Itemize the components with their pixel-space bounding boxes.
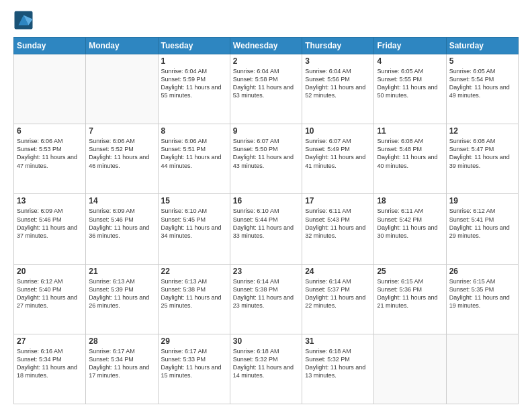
day-info: Sunrise: 6:15 AM Sunset: 5:36 PM Dayligh… — [377, 277, 443, 310]
day-info: Sunrise: 6:07 AM Sunset: 5:49 PM Dayligh… — [305, 137, 371, 170]
day-number: 29 — [161, 336, 227, 346]
day-number: 28 — [89, 336, 154, 346]
day-number: 2 — [233, 56, 299, 66]
calendar-cell: 22Sunrise: 6:13 AM Sunset: 5:38 PM Dayli… — [158, 264, 230, 334]
day-info: Sunrise: 6:12 AM Sunset: 5:40 PM Dayligh… — [17, 277, 83, 310]
day-info: Sunrise: 6:13 AM Sunset: 5:39 PM Dayligh… — [89, 277, 154, 310]
day-number: 30 — [233, 336, 299, 346]
calendar-cell: 5Sunrise: 6:05 AM Sunset: 5:54 PM Daylig… — [446, 54, 518, 124]
day-number: 10 — [305, 126, 371, 136]
day-info: Sunrise: 6:11 AM Sunset: 5:42 PM Dayligh… — [377, 207, 443, 240]
calendar-cell — [86, 54, 158, 124]
day-info: Sunrise: 6:14 AM Sunset: 5:38 PM Dayligh… — [233, 277, 299, 310]
page: SundayMondayTuesdayWednesdayThursdayFrid… — [0, 0, 532, 411]
calendar-cell: 3Sunrise: 6:04 AM Sunset: 5:56 PM Daylig… — [302, 54, 374, 124]
weekday-header-wednesday: Wednesday — [230, 38, 302, 54]
calendar-cell: 18Sunrise: 6:11 AM Sunset: 5:42 PM Dayli… — [374, 194, 446, 264]
calendar-cell: 7Sunrise: 6:06 AM Sunset: 5:52 PM Daylig… — [86, 124, 158, 194]
day-number: 23 — [233, 267, 299, 276]
day-info: Sunrise: 6:09 AM Sunset: 5:46 PM Dayligh… — [89, 207, 154, 240]
day-info: Sunrise: 6:14 AM Sunset: 5:37 PM Dayligh… — [305, 277, 371, 310]
calendar-cell: 17Sunrise: 6:11 AM Sunset: 5:43 PM Dayli… — [302, 194, 374, 264]
calendar-cell: 1Sunrise: 6:04 AM Sunset: 5:59 PM Daylig… — [158, 54, 230, 124]
day-number: 17 — [305, 196, 371, 205]
calendar-cell — [374, 334, 446, 404]
week-row-2: 6Sunrise: 6:06 AM Sunset: 5:53 PM Daylig… — [14, 124, 519, 194]
weekday-header-sunday: Sunday — [14, 38, 86, 54]
day-info: Sunrise: 6:10 AM Sunset: 5:45 PM Dayligh… — [161, 207, 227, 240]
day-info: Sunrise: 6:13 AM Sunset: 5:38 PM Dayligh… — [161, 277, 227, 310]
weekday-header-friday: Friday — [374, 38, 446, 54]
calendar-cell: 29Sunrise: 6:17 AM Sunset: 5:33 PM Dayli… — [158, 334, 230, 404]
calendar-cell: 14Sunrise: 6:09 AM Sunset: 5:46 PM Dayli… — [86, 194, 158, 264]
calendar-cell: 30Sunrise: 6:18 AM Sunset: 5:32 PM Dayli… — [230, 334, 302, 404]
calendar-cell: 6Sunrise: 6:06 AM Sunset: 5:53 PM Daylig… — [14, 124, 86, 194]
calendar-cell: 12Sunrise: 6:08 AM Sunset: 5:47 PM Dayli… — [446, 124, 518, 194]
calendar-cell: 23Sunrise: 6:14 AM Sunset: 5:38 PM Dayli… — [230, 264, 302, 334]
calendar-cell: 10Sunrise: 6:07 AM Sunset: 5:49 PM Dayli… — [302, 124, 374, 194]
day-info: Sunrise: 6:05 AM Sunset: 5:55 PM Dayligh… — [377, 67, 443, 100]
week-row-3: 13Sunrise: 6:09 AM Sunset: 5:46 PM Dayli… — [14, 194, 519, 264]
calendar-cell: 19Sunrise: 6:12 AM Sunset: 5:41 PM Dayli… — [446, 194, 518, 264]
day-info: Sunrise: 6:07 AM Sunset: 5:50 PM Dayligh… — [233, 137, 299, 170]
calendar-cell: 13Sunrise: 6:09 AM Sunset: 5:46 PM Dayli… — [14, 194, 86, 264]
day-number: 16 — [233, 196, 299, 205]
day-number: 21 — [89, 267, 154, 276]
day-number: 9 — [233, 126, 299, 136]
calendar-cell: 31Sunrise: 6:18 AM Sunset: 5:32 PM Dayli… — [302, 334, 374, 404]
calendar-cell: 4Sunrise: 6:05 AM Sunset: 5:55 PM Daylig… — [374, 54, 446, 124]
calendar-cell: 2Sunrise: 6:04 AM Sunset: 5:58 PM Daylig… — [230, 54, 302, 124]
day-info: Sunrise: 6:11 AM Sunset: 5:43 PM Dayligh… — [305, 207, 371, 240]
day-info: Sunrise: 6:18 AM Sunset: 5:32 PM Dayligh… — [305, 347, 371, 380]
day-number: 26 — [449, 267, 515, 276]
calendar-cell: 16Sunrise: 6:10 AM Sunset: 5:44 PM Dayli… — [230, 194, 302, 264]
day-number: 15 — [161, 196, 227, 205]
calendar-cell: 26Sunrise: 6:15 AM Sunset: 5:35 PM Dayli… — [446, 264, 518, 334]
day-number: 14 — [89, 196, 154, 205]
day-info: Sunrise: 6:06 AM Sunset: 5:51 PM Dayligh… — [161, 137, 227, 170]
weekday-header-tuesday: Tuesday — [158, 38, 230, 54]
day-info: Sunrise: 6:17 AM Sunset: 5:34 PM Dayligh… — [89, 347, 154, 380]
day-number: 20 — [17, 267, 83, 276]
day-info: Sunrise: 6:06 AM Sunset: 5:52 PM Dayligh… — [89, 137, 154, 170]
day-number: 11 — [377, 126, 443, 136]
weekday-header-row: SundayMondayTuesdayWednesdayThursdayFrid… — [14, 38, 519, 54]
day-info: Sunrise: 6:04 AM Sunset: 5:59 PM Dayligh… — [161, 67, 227, 100]
calendar-cell: 15Sunrise: 6:10 AM Sunset: 5:45 PM Dayli… — [158, 194, 230, 264]
logo — [13, 10, 36, 30]
day-info: Sunrise: 6:16 AM Sunset: 5:34 PM Dayligh… — [17, 347, 83, 380]
day-number: 5 — [449, 56, 515, 66]
day-info: Sunrise: 6:04 AM Sunset: 5:56 PM Dayligh… — [305, 67, 371, 100]
day-number: 8 — [161, 126, 227, 136]
calendar-cell: 20Sunrise: 6:12 AM Sunset: 5:40 PM Dayli… — [14, 264, 86, 334]
day-info: Sunrise: 6:09 AM Sunset: 5:46 PM Dayligh… — [17, 207, 83, 240]
calendar-cell: 11Sunrise: 6:08 AM Sunset: 5:48 PM Dayli… — [374, 124, 446, 194]
weekday-header-monday: Monday — [86, 38, 158, 54]
day-info: Sunrise: 6:10 AM Sunset: 5:44 PM Dayligh… — [233, 207, 299, 240]
weekday-header-thursday: Thursday — [302, 38, 374, 54]
day-info: Sunrise: 6:08 AM Sunset: 5:47 PM Dayligh… — [449, 137, 515, 170]
day-info: Sunrise: 6:06 AM Sunset: 5:53 PM Dayligh… — [17, 137, 83, 170]
day-number: 24 — [305, 267, 371, 276]
day-info: Sunrise: 6:17 AM Sunset: 5:33 PM Dayligh… — [161, 347, 227, 380]
day-number: 19 — [449, 196, 515, 205]
day-number: 18 — [377, 196, 443, 205]
day-number: 25 — [377, 267, 443, 276]
day-info: Sunrise: 6:18 AM Sunset: 5:32 PM Dayligh… — [233, 347, 299, 380]
day-number: 12 — [449, 126, 515, 136]
weekday-header-saturday: Saturday — [446, 38, 518, 54]
day-number: 7 — [89, 126, 154, 136]
day-number: 4 — [377, 56, 443, 66]
calendar-cell: 24Sunrise: 6:14 AM Sunset: 5:37 PM Dayli… — [302, 264, 374, 334]
calendar-cell: 25Sunrise: 6:15 AM Sunset: 5:36 PM Dayli… — [374, 264, 446, 334]
day-number: 3 — [305, 56, 371, 66]
week-row-4: 20Sunrise: 6:12 AM Sunset: 5:40 PM Dayli… — [14, 264, 519, 334]
day-info: Sunrise: 6:12 AM Sunset: 5:41 PM Dayligh… — [449, 207, 515, 240]
calendar-cell: 9Sunrise: 6:07 AM Sunset: 5:50 PM Daylig… — [230, 124, 302, 194]
day-number: 13 — [17, 196, 83, 205]
calendar-cell: 28Sunrise: 6:17 AM Sunset: 5:34 PM Dayli… — [86, 334, 158, 404]
day-info: Sunrise: 6:04 AM Sunset: 5:58 PM Dayligh… — [233, 67, 299, 100]
day-info: Sunrise: 6:05 AM Sunset: 5:54 PM Dayligh… — [449, 67, 515, 100]
calendar-cell: 27Sunrise: 6:16 AM Sunset: 5:34 PM Dayli… — [14, 334, 86, 404]
day-number: 6 — [17, 126, 83, 136]
